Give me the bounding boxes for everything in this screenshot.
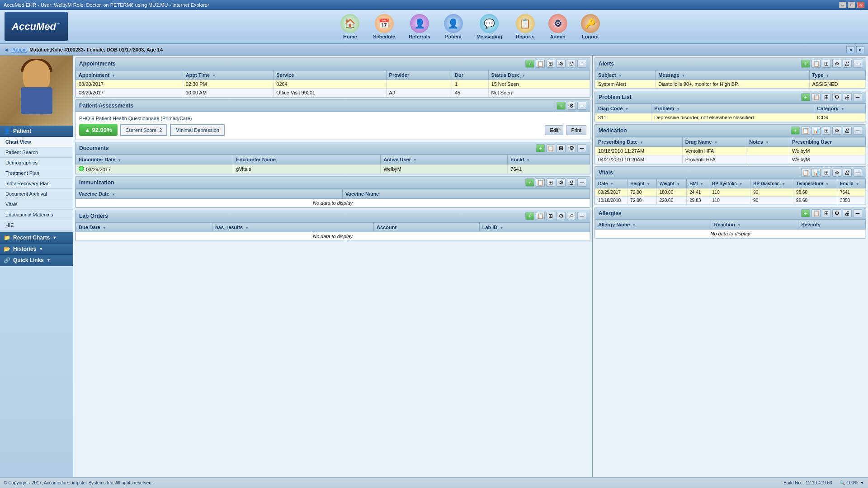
nav-item-logout[interactable]: 🔑 Logout — [581, 14, 600, 39]
sidebar-item-patient-search[interactable]: Patient Search — [0, 147, 73, 158]
appointments-col-appointment[interactable]: Appointment ▼ — [76, 70, 183, 80]
assessments-collapse-button[interactable]: ─ — [577, 102, 586, 110]
sidebar-recent-charts-header[interactable]: 📁 Recent Charts ▼ — [0, 232, 73, 244]
appointments-print-button[interactable]: 🖨 — [567, 60, 576, 68]
immunization-collapse-button[interactable]: ─ — [577, 178, 586, 187]
allergies-print-button[interactable]: 🖨 — [843, 209, 852, 217]
med-col-prescribing-date[interactable]: Prescribing Date ▼ — [595, 137, 683, 147]
zoom-dropdown-icon[interactable]: ▼ — [860, 480, 864, 485]
documents-col-active-user[interactable]: Active User ▼ — [381, 155, 508, 164]
imm-col-vaccine-date[interactable]: Vaccine Date ▼ — [76, 189, 343, 199]
problem-col-category[interactable]: Category ▼ — [814, 104, 866, 113]
problem-list-grid-button[interactable]: ⊞ — [822, 93, 831, 101]
appointments-add-button[interactable]: ＋ — [525, 60, 534, 68]
sidebar-item-treatment-plan[interactable]: Treatment Plan — [0, 168, 73, 178]
vitals-print-button[interactable]: 🖨 — [843, 169, 852, 177]
nav-item-home[interactable]: 🏠 Home — [340, 14, 359, 39]
window-controls[interactable]: ─ □ ✕ — [839, 2, 864, 8]
nav-item-referrals[interactable]: 👤 Referrals — [409, 14, 430, 39]
table-row[interactable]: 04/27/2010 10:20AM Proventil HFA WelbyM — [595, 155, 866, 164]
vitals-col-bmi[interactable]: BMI ▼ — [687, 179, 709, 188]
imm-col-vaccine-name[interactable]: Vaccine Name — [343, 189, 590, 199]
vitals-col-temperature[interactable]: Temperature ▼ — [793, 179, 837, 188]
nav-item-reports[interactable]: 📋 Reports — [516, 14, 535, 39]
immunization-add-button[interactable]: ＋ — [525, 178, 534, 187]
sidebar-quick-links-header[interactable]: 🔗 Quick Links ▼ — [0, 255, 73, 266]
allergies-collapse-button[interactable]: ─ — [853, 209, 862, 217]
nav-item-admin[interactable]: ⚙ Admin — [548, 14, 567, 39]
bar-expand-button[interactable]: ◄ — [846, 46, 854, 53]
appointments-col-status[interactable]: Status Desc ▼ — [488, 70, 590, 80]
vitals-col-weight[interactable]: Weight ▼ — [656, 179, 687, 188]
lab-orders-collapse-button[interactable]: ─ — [577, 212, 586, 220]
documents-settings-button[interactable]: ⚙ — [567, 144, 576, 152]
problem-list-collapse-button[interactable]: ─ — [853, 93, 862, 101]
vitals-col-bp-systolic[interactable]: BP Systolic ▼ — [709, 179, 750, 188]
lab-orders-add-button[interactable]: ＋ — [525, 212, 534, 220]
vitals-col-date[interactable]: Date ▼ — [595, 179, 627, 188]
sidebar-item-hie[interactable]: HIE — [0, 220, 73, 230]
alerts-col-subject[interactable]: Subject ▼ — [595, 70, 656, 80]
vitals-settings-button[interactable]: ⚙ — [832, 169, 841, 177]
sidebar-item-document-archival[interactable]: Document Archival — [0, 189, 73, 199]
immunization-grid-button[interactable]: ⊞ — [546, 178, 555, 187]
problem-list-print-button[interactable]: 🖨 — [843, 93, 852, 101]
allergy-col-name[interactable]: Allergy Name ▼ — [595, 220, 711, 230]
vitals-col-bp-diastolic[interactable]: BP Diastolic ▼ — [750, 179, 793, 188]
documents-grid-button[interactable]: ⊞ — [557, 144, 566, 152]
lab-orders-settings-button[interactable]: ⚙ — [557, 212, 566, 220]
lab-orders-grid-button[interactable]: ⊞ — [546, 212, 555, 220]
assessments-settings-button[interactable]: ⚙ — [567, 102, 576, 110]
immunization-copy-button[interactable]: 📋 — [536, 178, 545, 187]
sidebar-histories-header[interactable]: 📂 Histories ▼ — [0, 244, 73, 255]
appointments-collapse-button[interactable]: ─ — [577, 60, 586, 68]
nav-item-schedule[interactable]: 📅 Schedule — [373, 14, 395, 39]
appointments-grid-button[interactable]: ⊞ — [546, 60, 555, 68]
sidebar-item-chart-view[interactable]: Chart View — [0, 137, 73, 147]
med-col-prescribing-user[interactable]: Prescribing User — [789, 137, 865, 147]
allergy-col-severity[interactable]: Severity — [798, 220, 866, 230]
appointments-col-service[interactable]: Service — [274, 70, 386, 80]
table-row[interactable]: 311 Depressive disorder, not elsewhere c… — [595, 113, 866, 122]
vitals-col-height[interactable]: Height ▼ — [627, 179, 656, 188]
lab-orders-copy-button[interactable]: 📋 — [536, 212, 545, 220]
medication-add-button[interactable]: ＋ — [791, 127, 800, 135]
allergies-copy-button[interactable]: 📋 — [811, 209, 821, 217]
alerts-col-type[interactable]: Type ▼ — [809, 70, 866, 80]
back-arrow-icon[interactable]: ◄ — [4, 47, 9, 52]
maximize-button[interactable]: □ — [848, 2, 855, 8]
nav-item-patient[interactable]: 👤 Patient — [444, 14, 463, 39]
minimize-button[interactable]: ─ — [839, 2, 846, 8]
vitals-col-enc-id[interactable]: Enc Id ▼ — [837, 179, 865, 188]
med-col-notes[interactable]: Notes ▼ — [746, 137, 789, 147]
allergies-grid-button[interactable]: ⊞ — [822, 209, 831, 217]
lab-orders-print-button[interactable]: 🖨 — [567, 212, 576, 220]
medication-settings-button[interactable]: ⚙ — [832, 127, 841, 135]
appointments-col-appt-time[interactable]: Appt Time ▼ — [183, 70, 274, 80]
alerts-col-message[interactable]: Message ▼ — [656, 70, 809, 80]
table-row[interactable]: 03/29/2017 gVitals WelbyM 7641 — [76, 164, 590, 174]
phq-print-button[interactable]: Print — [566, 125, 586, 135]
lab-col-account[interactable]: Account — [374, 223, 480, 232]
immunization-print-button[interactable]: 🖨 — [567, 178, 576, 187]
sidebar-item-indiv-recovery-plan[interactable]: Indiv Recovery Plan — [0, 178, 73, 189]
alerts-print-button[interactable]: 🖨 — [843, 60, 852, 68]
allergies-settings-button[interactable]: ⚙ — [832, 209, 841, 217]
problem-list-add-button[interactable]: ＋ — [801, 93, 810, 101]
alerts-collapse-button[interactable]: ─ — [853, 60, 862, 68]
appointments-col-dur[interactable]: Dur — [452, 70, 488, 80]
documents-collapse-button[interactable]: ─ — [577, 144, 586, 152]
medication-print-button[interactable]: 🖨 — [843, 127, 852, 135]
alerts-settings-button[interactable]: ⚙ — [832, 60, 841, 68]
vitals-grid-button[interactable]: ⊞ — [822, 169, 831, 177]
lab-col-has-results[interactable]: has_results ▼ — [212, 223, 373, 232]
sidebar-patient-header[interactable]: 👤 Patient — [0, 126, 73, 137]
patient-breadcrumb[interactable]: Patient — [11, 47, 27, 52]
documents-col-encounter-name[interactable]: Encounter Name — [233, 155, 381, 164]
vitals-chart-button[interactable]: 📊 — [811, 169, 821, 177]
medication-collapse-button[interactable]: ─ — [853, 127, 862, 135]
table-row[interactable]: 10/18/2010 11:27AM Ventolin HFA WelbyM — [595, 147, 866, 155]
vitals-collapse-button[interactable]: ─ — [853, 169, 862, 177]
problem-col-problem[interactable]: Problem ▼ — [651, 104, 814, 113]
lab-col-lab-id[interactable]: Lab ID ▼ — [479, 223, 590, 232]
